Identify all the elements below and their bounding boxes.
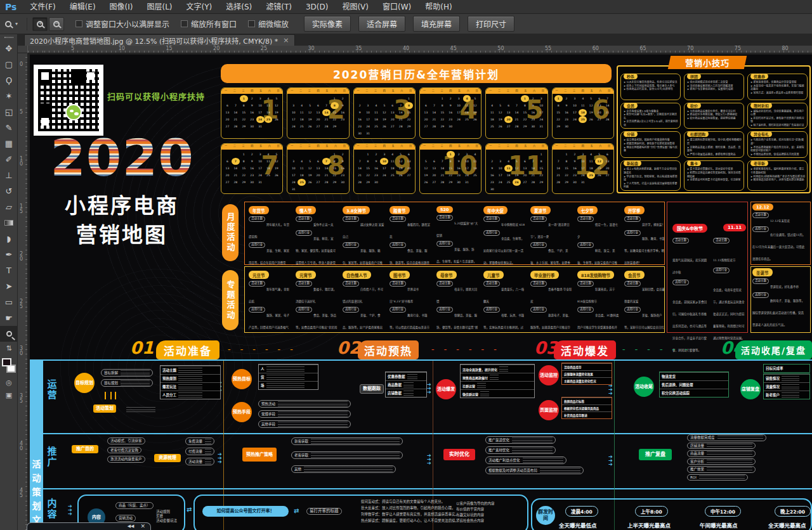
sidebar-strip: 活动策划文 xyxy=(30,359,43,530)
node: 实时优化 xyxy=(443,449,475,460)
tool-button[interactable] xyxy=(0,215,18,231)
tool-button[interactable]: ✶ xyxy=(0,88,18,104)
menu-item[interactable]: 图像(I) xyxy=(103,0,140,14)
tool-button[interactable]: ▱ xyxy=(0,199,18,215)
option-checkbox[interactable]: 调整窗口大小以满屏显示 xyxy=(75,18,169,29)
screen-mode-icon[interactable]: ▣ xyxy=(0,389,18,401)
menu-item[interactable]: 选择(S) xyxy=(219,0,259,14)
option-button[interactable]: 实际像素 xyxy=(304,16,351,32)
tip-card: 老带新 ➤ 老顾客推荐有礼，福利刺激老客转介绍，建立卡券激励机制 ➤ 利用砍价/… xyxy=(747,160,808,191)
ruler-corner xyxy=(18,46,28,53)
mini-window[interactable]: ◀◀ ✕ xyxy=(27,522,151,530)
mini-calendar: 一二三四五六日 6 123456789101112131415161718192… xyxy=(552,87,614,139)
menu-item[interactable]: 图层(L) xyxy=(140,0,180,14)
option-checkbox[interactable]: 缩放所有窗口 xyxy=(181,18,237,29)
node: 预热目标 xyxy=(232,369,252,389)
node: 推广复盘 xyxy=(639,449,672,460)
menu-item[interactable]: 3D(D) xyxy=(299,0,335,14)
tool-button[interactable]: ◗ xyxy=(0,231,18,247)
tool-button[interactable]: ⊥ xyxy=(0,167,18,183)
tool-button[interactable]: ↺ xyxy=(0,183,18,199)
node-pills: 免费流量付费流量活动流量 xyxy=(185,436,214,467)
node: 如何提高公众号图文打开率！ xyxy=(202,506,289,517)
checkbox-icon[interactable] xyxy=(248,20,255,27)
option-button[interactable]: 打印尺寸 xyxy=(468,16,514,32)
calendar-grid: 一二三四五六日 1 123456789101112131415161718192… xyxy=(221,87,614,194)
qr-caption: 扫码可以获得小程序扶持 xyxy=(107,90,205,102)
document-canvas[interactable]: 扫码可以获得小程序扶持 2020 小程序电商 营销地图 2020营销日历&全年营… xyxy=(28,53,812,530)
tool-icon: ✶ xyxy=(6,92,13,100)
swap-colors-icon[interactable]: ⇅ xyxy=(0,342,18,354)
tool-icon: ✐ xyxy=(6,155,13,164)
menu-item[interactable]: 文件(F) xyxy=(23,0,62,14)
option-checkbox[interactable]: 细微缩放 xyxy=(248,18,289,29)
wechat-icon xyxy=(65,104,82,120)
tool-icon: ▭ xyxy=(5,298,13,306)
checkbox-icon[interactable] xyxy=(181,20,188,27)
tool-icon: Ϙ xyxy=(6,76,12,84)
zoom-out-button[interactable]: − xyxy=(49,17,64,31)
tool-button[interactable]: T xyxy=(0,262,18,278)
node: 活动监控 xyxy=(539,365,559,385)
tool-button[interactable]: ▢ xyxy=(0,56,18,72)
zoom-tool-icon[interactable]: ▾ xyxy=(5,21,18,27)
checkbox-icon[interactable] xyxy=(75,20,82,27)
mini-calendar: 一二三四五六日 3 123456789101112131415161718192… xyxy=(353,87,416,139)
option-button[interactable]: 适合屏幕 xyxy=(358,16,405,32)
option-button[interactable]: 填充屏幕 xyxy=(413,16,460,32)
tip-card: 会员 ➤ 会员等级设置1-5级为储备金 ➤ 积分可兑换“礼包+服务”，定期发放不… xyxy=(620,103,681,129)
rewind-icon[interactable]: ◀◀ xyxy=(128,524,134,529)
tip-card: 秒杀 ➤ 以大折扣引爆高热度商品，秒杀引流拉新促活 ➤ 结合上下时间段营造氛围，… xyxy=(620,74,681,100)
activity-card: 图书节 活动主题世界读书日“4.23”好书推荐 适用行业教育行业、书籍等，可以借… xyxy=(388,269,433,333)
tool-icon xyxy=(4,220,13,226)
activity-card: 夏凉节 活动主题来一场“清凉夏日节”，清凉一夏 适用行业食品、个护、美妆、水上乐… xyxy=(529,205,574,265)
tool-button[interactable]: ▦ xyxy=(0,136,18,152)
activity-card: 毕业旅行季 活动主题青春不散场 毕业狂欢 适用行业旅游电子、美妆、服饰等，如旅游… xyxy=(529,269,574,333)
tool-button[interactable]: ➤ xyxy=(0,278,18,294)
menu-item[interactable]: 滤镜(T) xyxy=(259,0,299,14)
activity-card: 母亲节 活动主题母亲节，感恩大回馈 适用行业保健品、美妆、服饰、餐饮等，亲情主题… xyxy=(435,269,480,333)
tool-icon xyxy=(6,331,12,337)
menu-item[interactable]: 视图(V) xyxy=(335,0,376,14)
quick-mask-icon[interactable]: ◎ xyxy=(0,376,18,389)
mini-calendar: 一二三四五六日 2 123456789101112131415161718192… xyxy=(287,87,349,139)
tool-button[interactable] xyxy=(0,326,18,342)
tool-button[interactable]: Ϙ xyxy=(0,72,18,88)
tool-icon: ▦ xyxy=(5,139,13,148)
menu-item[interactable]: 编辑(E) xyxy=(63,0,103,14)
photoshop-logo: Ps xyxy=(0,2,23,12)
document-tab[interactable]: 2020小程序电商营销地图.jpg @ 12.5% (扫码可以获得小程序扶持, … xyxy=(24,34,295,46)
menu-item[interactable]: 文字(Y) xyxy=(180,0,219,14)
foreground-color-swatch[interactable] xyxy=(2,358,11,366)
activity-card: 元宵节 活动主题集福卡、猜灯谜，汤圆佳节送好礼 适用行业食品、美妆、饰品等，如食… xyxy=(294,269,339,333)
row-label-promotion: 推广 xyxy=(46,446,58,468)
tips-cards: 秒杀 ➤ 以大折扣引爆高热度商品，秒杀引流拉新促活 ➤ 结合上下时间段营造氛围，… xyxy=(620,74,808,191)
activity-card: 3.8女神节 活动主题越过女神之周 宠爱自己 适用行业美妆、服饰、箱包、家居等，… xyxy=(341,205,386,265)
tool-button[interactable]: ◱ xyxy=(0,104,18,120)
close-icon[interactable]: × xyxy=(283,36,289,44)
document-title: 2020小程序电商营销地图.jpg @ 12.5% (扫码可以获得小程序扶持, … xyxy=(30,36,278,46)
zoom-in-button[interactable]: + xyxy=(32,17,48,31)
special-band: 元旦节 活动主题新年新气象，全新启航 适用行业服饰、家居、电子产品等，回馈老用户… xyxy=(244,266,665,333)
node: 预热手段 xyxy=(232,402,252,422)
node-pills: 活动模式、引流获客老客付费沉淀复购激活活动内容类客户 xyxy=(107,436,145,464)
toolbox-grip[interactable] xyxy=(0,34,17,41)
mini-close-icon[interactable]: ✕ xyxy=(140,524,145,529)
tool-button[interactable]: ✐ xyxy=(0,152,18,167)
tool-icon: ☛ xyxy=(5,314,13,322)
poster-title-line1: 小程序电商 xyxy=(43,189,201,219)
tool-button[interactable]: ✎ xyxy=(0,120,18,136)
row-label-content: 内容 xyxy=(46,498,58,520)
tool-button[interactable]: ☛ xyxy=(0,310,18,326)
activity-card: 年中大促 活动主题年中购物狂欢 618 适用行业全品类、生鲜等，如商家行业可以来… xyxy=(482,205,527,265)
tool-button[interactable]: ▭ xyxy=(0,294,18,310)
menu-item[interactable]: 窗口(W) xyxy=(376,0,418,14)
tool-button[interactable]: ✒ xyxy=(0,247,18,262)
node-list: 销售情况流量情况新老客户 xyxy=(763,373,810,399)
tool-button[interactable]: ✥ xyxy=(0,41,18,56)
color-swatches[interactable] xyxy=(0,357,18,376)
mini-calendar: 一二三四五六日 1 123456789101112131415161718192… xyxy=(221,87,283,139)
menu-item[interactable]: 帮助(H) xyxy=(418,0,459,14)
flow-dashes: – – – – – – xyxy=(622,346,691,352)
node: 活动爆发 xyxy=(436,379,456,399)
